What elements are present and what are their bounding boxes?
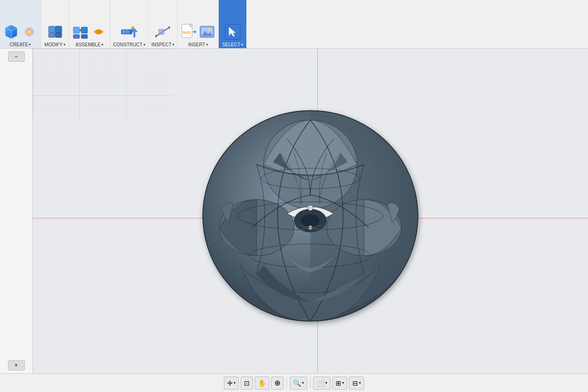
layout-icon: ⊟ [352,379,358,387]
svg-point-24 [208,28,211,31]
select-group[interactable]: SELECT ▾ [219,0,247,48]
modify-label: MODIFY ▾ [44,42,65,47]
viewport[interactable] [33,49,588,373]
modify-group[interactable]: MODIFY ▾ [41,0,69,48]
insert-photo-icon [199,23,215,40]
assemble-icon [72,23,89,40]
svg-rect-19 [159,29,164,34]
insert-label: INSERT ▾ [188,42,208,47]
pan-icon: ✋ [258,379,266,387]
move-button[interactable]: ✛ ▾ [224,377,239,390]
camera-button[interactable]: ⊡ [241,377,253,390]
camera-icon: ⊡ [244,379,250,387]
svg-text:SVG: SVG [183,30,191,35]
create-sparkle-icon [21,23,38,40]
assemble-extra-icon [90,23,107,40]
svg-point-1 [29,31,30,33]
layout-button[interactable]: ⊟ ▾ [349,377,364,390]
panel-minus-button[interactable]: − [8,51,25,62]
insert-group[interactable]: SVG INSERT ▾ [178,0,219,48]
panel-plus-button[interactable]: + [8,360,25,370]
svg-rect-4 [49,33,55,37]
svg-rect-10 [122,29,132,34]
bottom-toolbar: ✛ ▾ ⊡ ✋ ⊕ 🔍 ▾ ⬜ ▾ ⊞ ▾ ⊟ ▾ [0,373,588,392]
svg-rect-8 [73,35,79,38]
zoom-icon: 🔍 [293,379,301,387]
separator-2 [310,378,310,388]
move-icon: ✛ [227,379,233,387]
create-group[interactable]: CREATE ▾ [0,0,41,48]
move-dropdown-icon: ▾ [234,381,236,385]
construct-group[interactable]: CONSTRUCT ▾ [110,0,149,48]
create-3d-icon [3,23,20,40]
svg-rect-2 [49,26,55,33]
svg-rect-9 [81,35,87,38]
construct-icon [121,23,137,40]
orbit-button[interactable]: ⊕ [271,377,284,390]
layout-dropdown-icon: ▾ [359,381,361,385]
separator-1 [287,378,287,388]
grid-icon: ⊞ [336,379,341,387]
3d-model-svg [179,92,441,340]
grid-dropdown-icon: ▾ [342,381,344,385]
insert-svg-icon: SVG [180,23,197,40]
inspect-group[interactable]: INSPECT ▾ [149,0,178,48]
zoom-button[interactable]: 🔍 ▾ [290,377,307,390]
display-mode-icon: ⬜ [316,379,324,387]
svg-point-37 [301,214,320,227]
pan-button[interactable]: ✋ [255,377,269,390]
zoom-dropdown-icon: ▾ [302,381,304,385]
grid-background [33,49,173,119]
assemble-label: ASSEMBLE ▾ [76,42,104,47]
3d-model-container [179,92,441,340]
svg-rect-3 [55,26,62,33]
select-icon [224,23,241,40]
svg-rect-5 [55,33,62,37]
display-mode-button[interactable]: ⬜ ▾ [313,377,330,390]
inspect-label: INSPECT ▾ [151,42,174,47]
main-toolbar: CREATE ▾ MODIFY ▾ [0,0,588,49]
inspect-icon [154,23,171,40]
svg-point-15 [131,27,133,29]
svg-rect-27 [33,49,173,119]
svg-rect-7 [81,27,87,33]
select-label: SELECT ▾ [222,42,243,47]
left-panel: − + [0,49,33,373]
orbit-icon: ⊕ [274,378,280,387]
svg-rect-6 [73,27,79,33]
grid-button[interactable]: ⊞ ▾ [332,377,347,390]
display-dropdown-icon: ▾ [325,381,327,385]
modify-icon [47,23,64,40]
construct-label: CONSTRUCT ▾ [113,42,145,47]
assemble-group[interactable]: ASSEMBLE ▾ [69,0,110,48]
create-label: CREATE ▾ [10,42,31,47]
